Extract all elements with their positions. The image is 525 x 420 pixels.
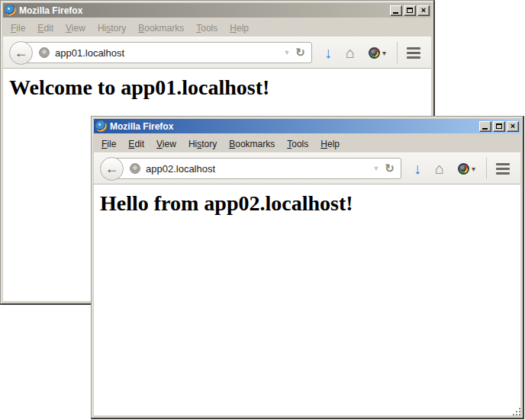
close-icon: × — [511, 122, 515, 130]
close-button[interactable]: × — [507, 121, 519, 132]
menu-item-history[interactable]: History — [182, 137, 223, 151]
menu-hamburger-icon[interactable] — [496, 163, 510, 175]
window-title: Mozilla Firefox — [110, 121, 476, 132]
menu-item-help[interactable]: Help — [224, 21, 255, 35]
navigation-toolbar: ← app01.localhost ▼ ↻ ↓ ⌂ ▾ — [3, 37, 431, 69]
firefox-logo-icon[interactable] — [5, 5, 16, 16]
menu-item-edit[interactable]: Edit — [122, 137, 150, 151]
minimize-button[interactable] — [390, 5, 402, 16]
back-button[interactable]: ← — [100, 157, 124, 181]
toolbar-separator — [486, 158, 487, 179]
window-controls: × — [390, 5, 430, 16]
url-bar[interactable]: app02.localhost ▼ ↻ — [111, 158, 401, 179]
menu-item-tools[interactable]: Tools — [281, 137, 314, 151]
url-input[interactable]: app02.localhost — [146, 163, 367, 175]
back-button[interactable]: ← — [9, 41, 33, 65]
page-content: Hello from app02.localhost! — [94, 184, 520, 415]
menu-item-help[interactable]: Help — [314, 137, 346, 151]
menu-item-history[interactable]: History — [92, 21, 132, 35]
url-bar[interactable]: app01.localhost ▼ ↻ — [20, 42, 312, 63]
reload-icon[interactable]: ↻ — [385, 162, 395, 175]
addon-dropdown-icon: ▾ — [382, 49, 386, 57]
downloads-icon[interactable]: ↓ — [324, 45, 332, 60]
menubar: FileEditViewHistoryBookmarksToolsHelp — [94, 133, 520, 152]
maximize-button[interactable] — [493, 121, 505, 132]
minimize-button[interactable] — [479, 121, 491, 132]
site-identity-globe-icon[interactable] — [39, 47, 50, 58]
home-icon[interactable]: ⌂ — [346, 45, 355, 60]
addon-button[interactable]: ▾ — [458, 163, 475, 175]
menu-item-bookmarks[interactable]: Bookmarks — [223, 137, 281, 151]
url-history-dropdown-icon[interactable]: ▼ — [283, 49, 290, 56]
navigation-toolbar: ← app02.localhost ▼ ↻ ↓ ⌂ ▾ — [94, 152, 520, 184]
menu-item-file[interactable]: File — [95, 137, 122, 151]
menu-item-bookmarks[interactable]: Bookmarks — [132, 21, 190, 35]
menu-item-edit[interactable]: Edit — [31, 21, 60, 35]
close-icon: × — [421, 6, 426, 14]
resize-grip[interactable] — [512, 407, 521, 416]
url-history-dropdown-icon[interactable]: ▼ — [372, 165, 379, 172]
addon-colorwheel-icon — [369, 47, 380, 59]
addon-button[interactable]: ▾ — [369, 47, 386, 59]
home-icon[interactable]: ⌂ — [435, 161, 444, 176]
menubar: FileEditViewHistoryBookmarksToolsHelp — [3, 18, 431, 37]
menu-item-file[interactable]: File — [5, 21, 31, 35]
maximize-icon — [496, 123, 502, 129]
window-title: Mozilla Firefox — [19, 5, 387, 16]
window-controls: × — [479, 121, 519, 132]
menu-item-tools[interactable]: Tools — [190, 21, 224, 35]
menu-item-view[interactable]: View — [150, 137, 182, 151]
close-button[interactable]: × — [417, 5, 430, 16]
toolbar-separator — [397, 42, 398, 63]
menu-item-view[interactable]: View — [60, 21, 92, 35]
page-heading: Welcome to app01.localhost! — [9, 75, 431, 100]
menu-hamburger-icon[interactable] — [407, 47, 420, 59]
url-input[interactable]: app01.localhost — [55, 47, 278, 59]
addon-dropdown-icon: ▾ — [472, 165, 475, 173]
firefox-window-app02: Mozilla Firefox × FileEditViewHistoryBoo… — [91, 116, 524, 419]
reload-icon[interactable]: ↻ — [295, 46, 305, 59]
minimize-icon — [482, 128, 488, 130]
maximize-icon — [407, 8, 413, 13]
page-heading: Hello from app02.localhost! — [100, 191, 520, 216]
minimize-icon — [393, 12, 398, 14]
maximize-button[interactable] — [404, 5, 416, 16]
downloads-icon[interactable]: ↓ — [414, 161, 421, 176]
titlebar[interactable]: Mozilla Firefox × — [3, 3, 431, 18]
site-identity-globe-icon[interactable] — [130, 163, 140, 174]
firefox-logo-icon[interactable] — [95, 120, 107, 132]
titlebar[interactable]: Mozilla Firefox × — [94, 119, 520, 133]
addon-colorwheel-icon — [458, 163, 469, 175]
